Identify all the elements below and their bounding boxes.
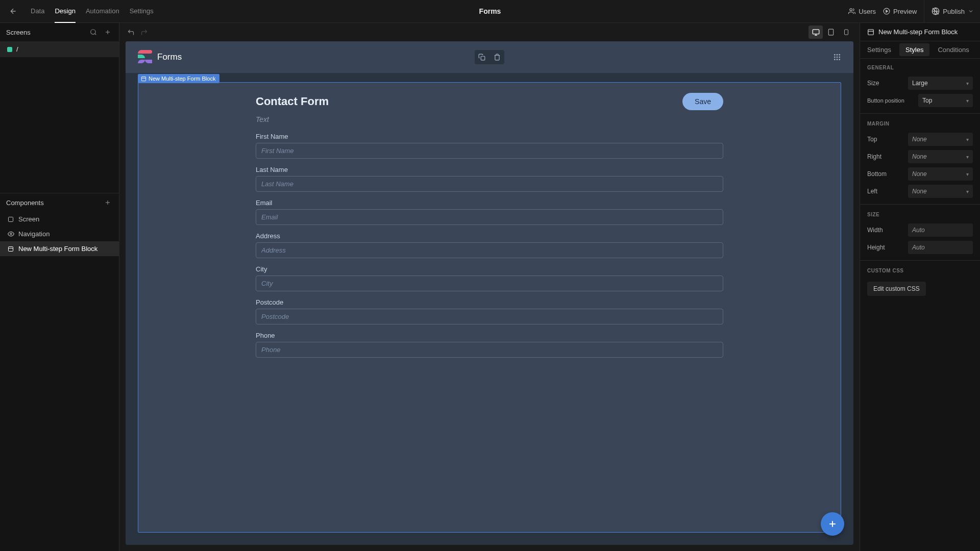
- canvas-title: Forms: [157, 52, 182, 62]
- svg-rect-22: [481, 56, 485, 60]
- preview-label: Preview: [893, 8, 917, 15]
- field-label: City: [256, 265, 723, 273]
- form-header: Contact Form Save: [256, 93, 723, 110]
- search-screens-button[interactable]: [88, 27, 99, 37]
- margin-bottom-value: None: [912, 170, 927, 178]
- margin-bottom-label: Bottom: [867, 170, 903, 178]
- plus-icon: [104, 29, 111, 36]
- add-component-button[interactable]: [103, 197, 113, 208]
- nav-design[interactable]: Design: [55, 0, 75, 23]
- margin-top-select[interactable]: None ▾: [908, 133, 973, 146]
- svg-rect-32: [141, 77, 145, 81]
- first-name-input[interactable]: [256, 143, 723, 159]
- chevron-down-icon: ▾: [966, 154, 969, 160]
- width-value: Auto: [912, 227, 925, 234]
- save-button[interactable]: Save: [682, 93, 723, 110]
- height-label: Height: [867, 244, 903, 251]
- postcode-input[interactable]: [256, 309, 723, 324]
- city-input[interactable]: [256, 276, 723, 291]
- email-input[interactable]: [256, 209, 723, 225]
- button-position-label: Button position: [867, 97, 913, 104]
- form-subtitle[interactable]: Text: [256, 115, 723, 123]
- page-title: Forms: [479, 7, 501, 15]
- svg-rect-14: [9, 246, 13, 251]
- size-select[interactable]: Large ▾: [908, 77, 973, 90]
- undo-button[interactable]: [126, 27, 136, 37]
- component-navigation[interactable]: Navigation: [0, 227, 119, 241]
- component-multistep-form[interactable]: New Multi-step Form Block: [0, 241, 119, 256]
- publish-button[interactable]: Publish: [924, 0, 974, 23]
- field-postcode: Postcode: [256, 298, 723, 324]
- left-sidebar: Screens / Components: [0, 23, 119, 551]
- width-row: Width Auto: [860, 221, 980, 239]
- delete-button[interactable]: [490, 50, 504, 64]
- margin-right-select[interactable]: None ▾: [908, 150, 973, 163]
- svg-rect-16: [813, 29, 819, 34]
- chevron-down-icon: ▾: [966, 81, 969, 86]
- margin-right-value: None: [912, 153, 927, 160]
- canvas-header: Forms: [126, 41, 853, 73]
- width-input[interactable]: Auto: [908, 223, 973, 237]
- mobile-icon: [843, 29, 849, 36]
- edit-custom-css-button[interactable]: Edit custom CSS: [867, 282, 926, 296]
- screens-title: Screens: [6, 29, 31, 36]
- svg-rect-36: [868, 29, 874, 35]
- margin-bottom-row: Bottom None ▾: [860, 165, 980, 183]
- device-tablet-button[interactable]: [824, 26, 838, 39]
- nav-data[interactable]: Data: [31, 0, 44, 23]
- preview-button[interactable]: Preview: [883, 8, 917, 15]
- form-canvas[interactable]: Contact Form Save Text First Name Last N…: [138, 82, 841, 533]
- apps-grid-button[interactable]: [833, 53, 841, 61]
- tab-styles[interactable]: Styles: [899, 43, 929, 56]
- size-section-title: SIZE: [860, 204, 980, 221]
- margin-left-select[interactable]: None ▾: [908, 185, 973, 198]
- svg-point-24: [837, 54, 838, 56]
- chevron-down-icon: ▾: [966, 189, 969, 194]
- add-screen-button[interactable]: [103, 27, 113, 37]
- tab-settings[interactable]: Settings: [860, 41, 898, 58]
- undo-icon: [127, 29, 135, 36]
- tab-conditions[interactable]: Conditions: [930, 41, 976, 58]
- margin-section-title: MARGIN: [860, 113, 980, 131]
- components-header: Components: [0, 193, 119, 212]
- margin-bottom-select[interactable]: None ▾: [908, 167, 973, 181]
- components-list: Screen Navigation New Multi-step Form Bl…: [0, 212, 119, 551]
- components-title: Components: [6, 199, 44, 207]
- margin-left-value: None: [912, 188, 927, 195]
- screen-item[interactable]: /: [0, 41, 119, 57]
- topbar: Data Design Automation Settings Forms Us…: [0, 0, 980, 23]
- margin-left-row: Left None ▾: [860, 183, 980, 200]
- margin-left-label: Left: [867, 188, 903, 195]
- height-input[interactable]: Auto: [908, 241, 973, 254]
- custom-css-section-title: CUSTOM CSS: [860, 260, 980, 278]
- tablet-icon: [827, 29, 835, 36]
- device-mobile-button[interactable]: [839, 26, 853, 39]
- svg-point-13: [10, 233, 11, 235]
- nav-settings[interactable]: Settings: [130, 0, 154, 23]
- phone-input[interactable]: [256, 342, 723, 358]
- redo-button[interactable]: [139, 27, 149, 37]
- component-screen[interactable]: Screen: [0, 212, 119, 227]
- form-icon: [867, 29, 874, 36]
- nav-automation[interactable]: Automation: [86, 0, 119, 23]
- canvas-logo[interactable]: Forms: [138, 50, 182, 64]
- height-value: Auto: [912, 244, 925, 251]
- button-position-select[interactable]: Top ▾: [918, 94, 973, 107]
- chevron-down-icon: [968, 8, 974, 14]
- back-button[interactable]: [6, 4, 20, 18]
- canvas-area: Forms New Multi-step Form Block: [119, 23, 860, 551]
- users-label: Users: [859, 8, 876, 15]
- svg-rect-19: [828, 29, 833, 35]
- duplicate-button[interactable]: [475, 50, 489, 64]
- rs-tabs: Settings Styles Conditions: [860, 41, 980, 59]
- copy-icon: [478, 54, 485, 61]
- add-fab-button[interactable]: [821, 512, 844, 536]
- users-button[interactable]: Users: [848, 8, 876, 15]
- selected-block-tag[interactable]: New Multi-step Form Block: [138, 74, 219, 83]
- address-input[interactable]: [256, 242, 723, 258]
- last-name-input[interactable]: [256, 176, 723, 192]
- device-desktop-button[interactable]: [808, 26, 823, 39]
- logo-icon: [138, 50, 152, 64]
- field-first-name: First Name: [256, 133, 723, 159]
- general-section-title: GENERAL: [860, 59, 980, 74]
